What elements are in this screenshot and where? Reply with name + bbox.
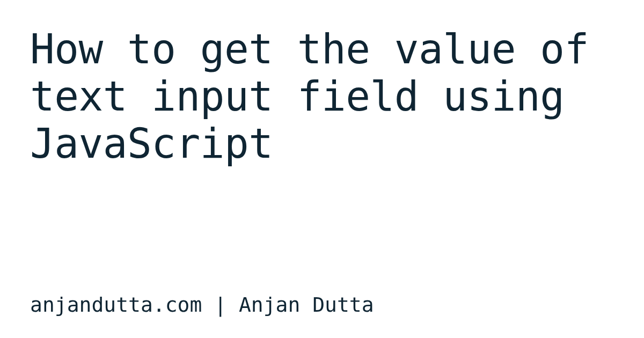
byline: anjandutta.com | Anjan Dutta [30, 293, 614, 317]
page-title: How to get the value of text input field… [30, 26, 614, 167]
